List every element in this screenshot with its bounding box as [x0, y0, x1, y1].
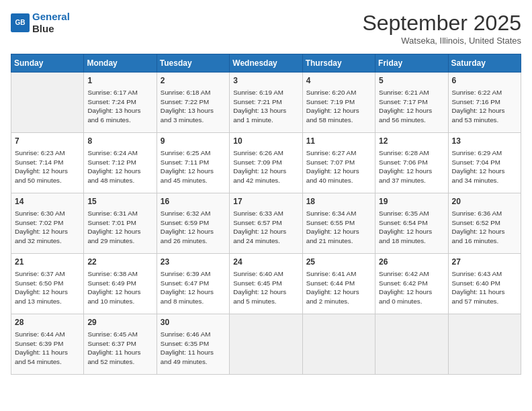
day-number: 18: [306, 196, 371, 208]
calendar-cell: 4Sunrise: 6:20 AMSunset: 7:19 PMDaylight…: [302, 73, 375, 133]
day-number: 26: [379, 257, 444, 268]
day-info: Sunrise: 6:20 AMSunset: 7:19 PMDaylight:…: [306, 88, 371, 125]
calendar-cell: 27Sunrise: 6:43 AMSunset: 6:40 PMDayligh…: [448, 254, 521, 314]
week-row-1: 1Sunrise: 6:17 AMSunset: 7:24 PMDaylight…: [11, 73, 521, 133]
calendar-cell: 10Sunrise: 6:26 AMSunset: 7:09 PMDayligh…: [230, 133, 302, 193]
day-number: 22: [87, 257, 152, 268]
day-number: 14: [15, 196, 80, 208]
day-number: 8: [87, 136, 152, 147]
svg-text:GB: GB: [15, 19, 25, 26]
calendar-cell: 17Sunrise: 6:33 AMSunset: 6:57 PMDayligh…: [230, 193, 302, 254]
header-sunday: Sunday: [11, 54, 84, 73]
day-info: Sunrise: 6:43 AMSunset: 6:40 PMDaylight:…: [452, 269, 517, 306]
day-info: Sunrise: 6:23 AMSunset: 7:14 PMDaylight:…: [15, 148, 80, 185]
day-info: Sunrise: 6:19 AMSunset: 7:21 PMDaylight:…: [233, 88, 298, 125]
header-tuesday: Tuesday: [157, 54, 229, 73]
day-info: Sunrise: 6:29 AMSunset: 7:04 PMDaylight:…: [452, 148, 517, 185]
day-number: 27: [452, 257, 517, 268]
day-number: 16: [161, 196, 226, 208]
day-number: 17: [233, 196, 298, 208]
location: Watseka, Illinois, United States: [362, 36, 521, 46]
day-info: Sunrise: 6:27 AMSunset: 7:07 PMDaylight:…: [306, 148, 371, 185]
calendar-cell: 15Sunrise: 6:31 AMSunset: 7:01 PMDayligh…: [84, 193, 157, 254]
month-title: September 2025: [362, 11, 521, 36]
day-number: 30: [161, 317, 226, 328]
day-info: Sunrise: 6:33 AMSunset: 6:57 PMDaylight:…: [233, 209, 298, 246]
day-number: 15: [87, 196, 152, 208]
page-header: GB General Blue September 2025 Watseka, …: [11, 11, 521, 46]
calendar-cell: 24Sunrise: 6:40 AMSunset: 6:45 PMDayligh…: [230, 254, 302, 314]
calendar-cell: 2Sunrise: 6:18 AMSunset: 7:22 PMDaylight…: [157, 73, 229, 133]
calendar-cell: 16Sunrise: 6:32 AMSunset: 6:59 PMDayligh…: [157, 193, 229, 254]
calendar-cell: 26Sunrise: 6:42 AMSunset: 6:42 PMDayligh…: [375, 254, 448, 314]
calendar-cell: 9Sunrise: 6:25 AMSunset: 7:11 PMDaylight…: [157, 133, 229, 193]
day-info: Sunrise: 6:28 AMSunset: 7:06 PMDaylight:…: [379, 148, 444, 185]
day-number: 23: [161, 257, 226, 268]
day-info: Sunrise: 6:21 AMSunset: 7:17 PMDaylight:…: [379, 88, 444, 125]
day-number: 25: [306, 257, 371, 268]
calendar-cell: 23Sunrise: 6:39 AMSunset: 6:47 PMDayligh…: [157, 254, 229, 314]
day-info: Sunrise: 6:44 AMSunset: 6:39 PMDaylight:…: [15, 330, 80, 367]
week-row-5: 28Sunrise: 6:44 AMSunset: 6:39 PMDayligh…: [11, 314, 521, 375]
day-info: Sunrise: 6:41 AMSunset: 6:44 PMDaylight:…: [306, 269, 371, 306]
day-info: Sunrise: 6:32 AMSunset: 6:59 PMDaylight:…: [161, 209, 226, 246]
week-row-2: 7Sunrise: 6:23 AMSunset: 7:14 PMDaylight…: [11, 133, 521, 193]
calendar-cell: 7Sunrise: 6:23 AMSunset: 7:14 PMDaylight…: [11, 133, 84, 193]
calendar-table: SundayMondayTuesdayWednesdayThursdayFrid…: [11, 54, 521, 375]
day-number: 24: [233, 257, 298, 268]
day-info: Sunrise: 6:38 AMSunset: 6:49 PMDaylight:…: [87, 269, 152, 306]
calendar-cell: 22Sunrise: 6:38 AMSunset: 6:49 PMDayligh…: [84, 254, 157, 314]
title-block: September 2025 Watseka, Illinois, United…: [362, 11, 521, 46]
day-info: Sunrise: 6:22 AMSunset: 7:16 PMDaylight:…: [452, 88, 517, 125]
day-number: 5: [379, 75, 444, 87]
calendar-cell: [230, 314, 302, 375]
calendar-cell: 21Sunrise: 6:37 AMSunset: 6:50 PMDayligh…: [11, 254, 84, 314]
header-thursday: Thursday: [302, 54, 375, 73]
day-info: Sunrise: 6:39 AMSunset: 6:47 PMDaylight:…: [161, 269, 226, 306]
logo-line1: General: [32, 11, 70, 22]
calendar-cell: [448, 314, 521, 375]
day-number: 21: [15, 257, 80, 268]
calendar-cell: 28Sunrise: 6:44 AMSunset: 6:39 PMDayligh…: [11, 314, 84, 375]
day-info: Sunrise: 6:40 AMSunset: 6:45 PMDaylight:…: [233, 269, 298, 306]
logo-line2: Blue: [32, 23, 70, 35]
day-number: 12: [379, 136, 444, 147]
day-info: Sunrise: 6:17 AMSunset: 7:24 PMDaylight:…: [87, 88, 152, 125]
header-saturday: Saturday: [448, 54, 521, 73]
week-row-4: 21Sunrise: 6:37 AMSunset: 6:50 PMDayligh…: [11, 254, 521, 314]
day-number: 13: [452, 136, 517, 147]
day-info: Sunrise: 6:31 AMSunset: 7:01 PMDaylight:…: [87, 209, 152, 246]
day-info: Sunrise: 6:34 AMSunset: 6:55 PMDaylight:…: [306, 209, 371, 246]
calendar-cell: 11Sunrise: 6:27 AMSunset: 7:07 PMDayligh…: [302, 133, 375, 193]
day-info: Sunrise: 6:26 AMSunset: 7:09 PMDaylight:…: [233, 148, 298, 185]
day-number: 11: [306, 136, 371, 147]
day-number: 3: [233, 75, 298, 87]
day-number: 10: [233, 136, 298, 147]
calendar-cell: 30Sunrise: 6:46 AMSunset: 6:35 PMDayligh…: [157, 314, 229, 375]
day-number: 19: [379, 196, 444, 208]
day-number: 9: [161, 136, 226, 147]
day-number: 28: [15, 317, 80, 328]
day-info: Sunrise: 6:36 AMSunset: 6:52 PMDaylight:…: [452, 209, 517, 246]
calendar-cell: 18Sunrise: 6:34 AMSunset: 6:55 PMDayligh…: [302, 193, 375, 254]
week-row-3: 14Sunrise: 6:30 AMSunset: 7:02 PMDayligh…: [11, 193, 521, 254]
day-info: Sunrise: 6:45 AMSunset: 6:37 PMDaylight:…: [87, 330, 152, 367]
header-monday: Monday: [84, 54, 157, 73]
day-number: 7: [15, 136, 80, 147]
day-info: Sunrise: 6:18 AMSunset: 7:22 PMDaylight:…: [161, 88, 226, 125]
day-info: Sunrise: 6:30 AMSunset: 7:02 PMDaylight:…: [15, 209, 80, 246]
calendar-cell: 6Sunrise: 6:22 AMSunset: 7:16 PMDaylight…: [448, 73, 521, 133]
day-number: 20: [452, 196, 517, 208]
calendar-header: SundayMondayTuesdayWednesdayThursdayFrid…: [11, 54, 521, 73]
header-friday: Friday: [375, 54, 448, 73]
calendar-cell: [11, 73, 84, 133]
day-number: 4: [306, 75, 371, 87]
day-info: Sunrise: 6:25 AMSunset: 7:11 PMDaylight:…: [161, 148, 226, 185]
logo-icon: GB: [11, 13, 30, 32]
calendar-cell: 12Sunrise: 6:28 AMSunset: 7:06 PMDayligh…: [375, 133, 448, 193]
day-number: 29: [87, 317, 152, 328]
day-info: Sunrise: 6:24 AMSunset: 7:12 PMDaylight:…: [87, 148, 152, 185]
day-number: 6: [452, 75, 517, 87]
logo: GB General Blue: [11, 11, 70, 35]
day-number: 2: [161, 75, 226, 87]
